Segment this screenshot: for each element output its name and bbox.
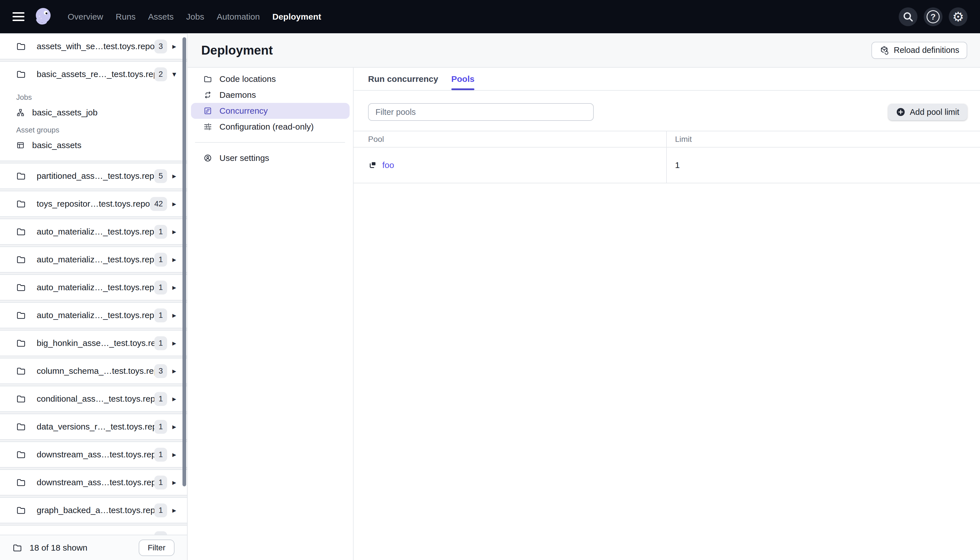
caret-icon[interactable] xyxy=(167,227,181,236)
nav-jobs[interactable]: Jobs xyxy=(186,12,204,22)
sidebar-item-job[interactable]: basic_assets_job xyxy=(0,106,187,119)
caret-icon[interactable] xyxy=(167,172,181,180)
caret-icon[interactable] xyxy=(167,422,181,431)
repo-card: auto_materializ…_test.toys.repo 1 xyxy=(0,274,187,300)
repo-row[interactable]: auto_materializ…_test.toys.repo 1 xyxy=(0,219,187,244)
caret-icon[interactable] xyxy=(167,311,181,320)
repo-row[interactable]: downstream_ass…test.toys.rep 1 xyxy=(0,470,187,495)
help-icon: ? xyxy=(927,10,940,23)
repo-row[interactable]: big_honkin_asse…_test.toys.rep 1 xyxy=(0,331,187,356)
repo-row[interactable]: assets_with_se…test.toys.repo 3 xyxy=(0,34,187,59)
count-badge: 1 xyxy=(154,475,167,490)
secnav-label: Code locations xyxy=(220,74,276,84)
column-header-pool: Pool xyxy=(354,131,667,147)
folder-icon xyxy=(16,478,26,487)
shown-count-label: 18 of 18 shown xyxy=(30,543,87,553)
sidebar-item-label: basic_assets_job xyxy=(32,108,98,117)
repo-row[interactable]: long_asset_keys_…test.toys.rep 1 xyxy=(0,526,187,535)
repo-row[interactable]: basic_assets_re…_test.toys.rep 2 xyxy=(0,62,187,87)
reload-definitions-button[interactable]: Reload definitions xyxy=(872,42,967,59)
repo-name: toys_repositor…test.toys.repo xyxy=(37,199,150,208)
count-badge: 1 xyxy=(154,253,167,267)
folder-icon xyxy=(16,394,26,404)
count-badge: 1 xyxy=(154,531,167,535)
count-badge: 3 xyxy=(154,364,167,378)
repo-name: auto_materializ…_test.toys.repo xyxy=(37,227,154,237)
caret-icon[interactable] xyxy=(167,42,181,51)
caret-icon[interactable] xyxy=(167,478,181,487)
repo-card: assets_with_se…test.toys.repo 3 xyxy=(0,33,187,59)
secnav-concurrency[interactable]: Concurrency xyxy=(191,103,349,119)
pools-table: Pool Limit foo 1 xyxy=(354,131,980,183)
count-badge: 5 xyxy=(154,169,167,183)
sidebar-item-asset-group[interactable]: basic_assets xyxy=(0,138,187,152)
caret-icon[interactable] xyxy=(167,338,181,348)
sidebar-section-label: Jobs xyxy=(16,93,187,102)
caret-icon[interactable] xyxy=(167,199,181,208)
repo-row[interactable]: partitioned_ass…_test.toys.rep 5 xyxy=(0,163,187,188)
help-button[interactable]: ? xyxy=(924,7,942,26)
caret-icon[interactable] xyxy=(167,70,181,79)
caret-icon[interactable] xyxy=(167,394,181,403)
nav-automation[interactable]: Automation xyxy=(216,12,260,22)
repo-card: auto_materializ…_test.toys.repo 1 xyxy=(0,302,187,328)
repo-row[interactable]: auto_materializ…_test.toys.repo 1 xyxy=(0,247,187,272)
repo-list: assets_with_se…test.toys.repo 3 basic_as… xyxy=(0,33,187,535)
caret-icon[interactable] xyxy=(167,367,181,375)
nav-runs[interactable]: Runs xyxy=(116,12,136,22)
secnav-label: User settings xyxy=(220,153,269,163)
nav-assets[interactable]: Assets xyxy=(148,12,174,22)
add-pool-limit-label: Add pool limit xyxy=(910,107,959,117)
folder-icon xyxy=(16,338,26,348)
nav-overview[interactable]: Overview xyxy=(68,12,103,22)
filter-pools-input[interactable] xyxy=(368,103,594,121)
tab-pools[interactable]: Pools xyxy=(451,68,475,90)
count-badge: 1 xyxy=(154,308,167,322)
folder-icon xyxy=(16,255,26,264)
hamburger-menu-icon[interactable] xyxy=(13,12,25,21)
folder-icon xyxy=(16,422,26,432)
search-button[interactable] xyxy=(899,7,917,26)
repo-row[interactable]: toys_repositor…test.toys.repo 42 xyxy=(0,191,187,216)
settings-button[interactable]: ⚙ xyxy=(949,7,967,26)
gear-icon: ⚙ xyxy=(952,10,964,23)
concurrency-tabs: Run concurrency Pools xyxy=(354,68,980,91)
count-badge: 1 xyxy=(154,225,167,239)
secnav-daemons[interactable]: Daemons xyxy=(191,87,349,103)
pool-link-foo[interactable]: foo xyxy=(382,160,394,170)
repo-card: toys_repositor…test.toys.repo 42 xyxy=(0,191,187,217)
secnav-user-settings[interactable]: User settings xyxy=(191,150,349,166)
filter-button[interactable]: Filter xyxy=(139,540,175,556)
tab-run-concurrency[interactable]: Run concurrency xyxy=(368,68,438,90)
secnav-label: Concurrency xyxy=(220,106,268,116)
count-badge: 1 xyxy=(154,336,167,350)
secnav-code-locations[interactable]: Code locations xyxy=(191,71,349,87)
user-icon xyxy=(203,154,212,162)
secnav-divider xyxy=(195,142,345,143)
repo-card: partitioned_ass…_test.toys.rep 5 xyxy=(0,163,187,189)
add-pool-limit-button[interactable]: Add pool limit xyxy=(888,104,967,120)
sidebar-scrollbar[interactable] xyxy=(183,37,186,487)
dagster-logo-icon[interactable] xyxy=(33,7,53,27)
sidebar-item-label: basic_assets xyxy=(32,140,81,150)
secnav-configuration[interactable]: Configuration (read-only) xyxy=(191,119,349,135)
folder-icon xyxy=(16,450,26,459)
repo-row[interactable]: conditional_ass…_test.toys.repo 1 xyxy=(0,386,187,411)
repo-row[interactable]: auto_materializ…_test.toys.repo 1 xyxy=(0,275,187,300)
folder-icon xyxy=(16,42,26,51)
repo-name: downstream_ass…test.toys.rep xyxy=(37,450,154,459)
top-nav: Overview Runs Assets Jobs Automation Dep… xyxy=(68,12,321,22)
repo-row[interactable]: downstream_ass…test.toys.rep 1 xyxy=(0,442,187,467)
pools-toolbar: Add pool limit xyxy=(354,91,980,121)
caret-icon[interactable] xyxy=(167,506,181,515)
sidebar-footer: 18 of 18 shown Filter xyxy=(0,535,187,560)
repo-row[interactable]: data_versions_r…_test.toys.rep 1 xyxy=(0,414,187,439)
caret-icon[interactable] xyxy=(167,255,181,264)
caret-icon[interactable] xyxy=(167,283,181,292)
nav-deployment[interactable]: Deployment xyxy=(272,12,321,22)
repo-row[interactable]: graph_backed_a…test.toys.repo 1 xyxy=(0,498,187,523)
repo-expanded-content: Jobsbasic_assets_jobAsset groupsbasic_as… xyxy=(0,93,187,161)
caret-icon[interactable] xyxy=(167,450,181,459)
repo-row[interactable]: auto_materializ…_test.toys.repo 1 xyxy=(0,303,187,328)
repo-row[interactable]: column_schema_…test.toys.rep 3 xyxy=(0,358,187,383)
